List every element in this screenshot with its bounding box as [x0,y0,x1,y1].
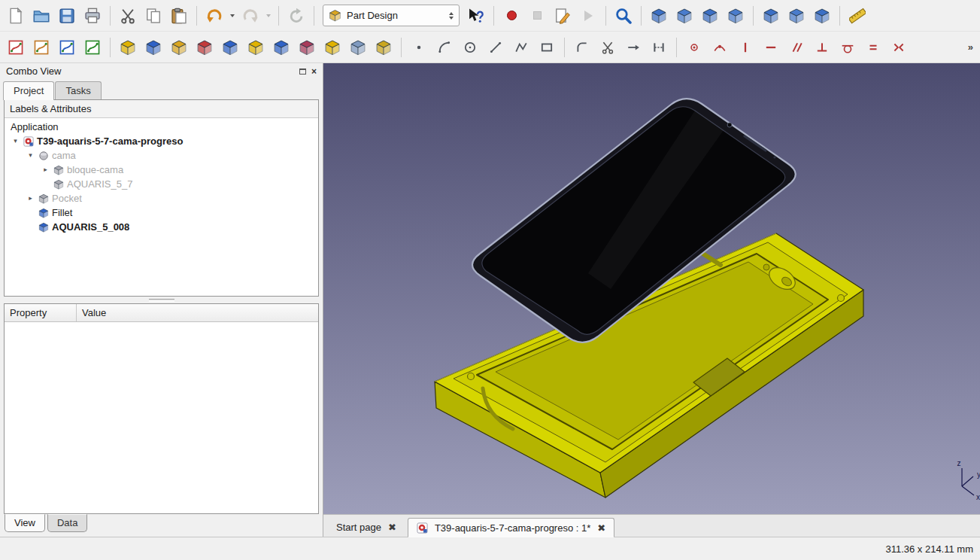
zoom-fit-all-button[interactable] [611,4,636,28]
edit-sketch-button[interactable] [29,35,53,59]
view-left-button[interactable] [810,4,834,28]
hole-button[interactable] [244,35,268,59]
revolution-button[interactable] [141,35,165,59]
external-geometry-button[interactable] [647,35,671,59]
close-panel-icon[interactable]: × [311,68,317,75]
tree-item-document[interactable]: ▾ T39-aquaris-5-7-cama-progreso [5,134,318,148]
extend-edge-button[interactable] [621,35,645,59]
macro-edit-button[interactable] [551,4,575,28]
macro-stop-button[interactable] [525,4,549,28]
constrain-coincident-button[interactable] [682,35,706,59]
groove-button[interactable] [193,35,217,59]
tab-start-page[interactable]: Start page ✖ [327,517,405,537]
create-line-button[interactable] [484,35,508,59]
create-arc-button[interactable] [432,35,457,59]
3d-scene[interactable]: z y x [323,63,980,514]
expander-closed-icon[interactable]: ▸ [26,191,35,205]
constrain-parallel-button[interactable] [784,35,809,59]
view-axonometric-button[interactable] [647,4,671,28]
close-tab-icon[interactable]: ✖ [388,522,396,533]
column-header-property[interactable]: Property [5,304,77,321]
cut-button[interactable] [116,4,140,28]
redo-history-dropdown[interactable] [264,4,273,28]
tree-item-label: Pocket [52,193,82,204]
toolbar-overflow-button[interactable]: » [965,41,976,53]
subtractive-pipe-button[interactable] [295,35,319,59]
tab-document[interactable]: T39-aquaris-5-7-cama-progreso : 1* ✖ [408,518,614,537]
close-tab-icon[interactable]: ✖ [597,522,605,534]
view-rear-button[interactable] [759,4,783,28]
copy-icon [145,8,162,24]
toolbar-separator [641,6,642,26]
pocket-button[interactable] [218,35,242,59]
loft-button[interactable] [269,35,293,59]
phone-camera-dot [727,123,732,127]
whats-this-button[interactable] [464,4,488,28]
new-document-button[interactable] [4,4,28,28]
model-tree: Application ▾ T39-aquaris-5-7-cama-progr… [5,118,318,296]
tab-project[interactable]: Project [3,81,54,100]
constrain-symmetric-button[interactable] [887,35,911,59]
tree-item-bloque-cama[interactable]: ▸ bloque-cama [5,163,318,177]
constrain-horizontal-button[interactable] [759,35,783,59]
column-header-value[interactable]: Value [77,304,111,321]
tree-item-cama[interactable]: ▾ cama [5,148,318,163]
expander-closed-icon[interactable]: ▸ [41,163,50,177]
expander-open-icon[interactable]: ▾ [11,134,20,148]
property-table-body[interactable] [5,322,318,513]
tab-tasks[interactable]: Tasks [55,81,101,100]
feature-icon [38,221,50,233]
constrain-perpendicular-button[interactable] [810,35,834,59]
create-rectangle-button[interactable] [535,35,559,59]
refresh-button[interactable] [284,4,308,28]
constrain-tangent-button[interactable] [836,35,860,59]
trim-edge-button[interactable] [596,35,620,59]
view-right-button[interactable] [724,4,748,28]
print-button[interactable] [80,4,105,28]
view-top-button[interactable] [698,4,722,28]
macro-play-button[interactable] [576,4,600,28]
boolean-button[interactable] [320,35,344,59]
float-panel-icon[interactable] [299,68,306,75]
constrain-point-on-object-button[interactable] [708,35,732,59]
expander-open-icon[interactable]: ▾ [26,148,35,163]
tree-item-pocket[interactable]: ▸ Pocket [5,191,318,205]
constrain-vertical-button[interactable] [733,35,757,59]
panel-splitter[interactable] [0,297,323,303]
pad-button[interactable] [116,35,140,59]
tab-data[interactable]: Data [47,514,87,532]
constrain-equal-button[interactable] [861,35,885,59]
viewport-column: z y x Start page ✖ T39-aquaris-5-7-cama-… [323,63,980,537]
undo-button[interactable] [202,4,226,28]
open-document-button[interactable] [29,4,53,28]
create-point-button[interactable] [407,35,431,59]
view-bottom-button[interactable] [784,4,809,28]
macro-record-button[interactable] [499,4,523,28]
tab-label: Start page [336,522,381,533]
view-front-button[interactable] [672,4,696,28]
tree-item-aquaris-5-7[interactable]: AQUARIS_5_7 [5,177,318,191]
copy-button[interactable] [141,4,165,28]
line-icon [489,41,502,54]
paste-button[interactable] [167,4,191,28]
new-sketch-button[interactable] [4,35,28,59]
leave-sketch-button[interactable] [80,35,105,59]
tree-root[interactable]: Application [5,120,318,134]
tree-item-aquaris-5-008[interactable]: AQUARIS_5_008 [5,220,318,234]
map-sketch-button[interactable] [55,35,79,59]
thickness-button[interactable] [372,35,396,59]
workbench-selector[interactable]: Part Design [323,5,460,26]
create-circle-button[interactable] [458,35,482,59]
3d-viewport[interactable]: z y x [323,63,980,514]
save-document-button[interactable] [55,4,79,28]
status-bar: 311.36 x 214.11 mm [0,537,980,560]
tree-item-fillet[interactable]: Fillet [5,205,318,220]
redo-button[interactable] [238,4,262,28]
measure-distance-button[interactable] [845,4,869,28]
create-fillet-button[interactable] [570,35,594,59]
draft-button[interactable] [346,35,370,59]
tab-view[interactable]: View [5,514,45,532]
undo-history-dropdown[interactable] [228,4,237,28]
create-polyline-button[interactable] [509,35,533,59]
additive-feature-button[interactable] [167,35,191,59]
